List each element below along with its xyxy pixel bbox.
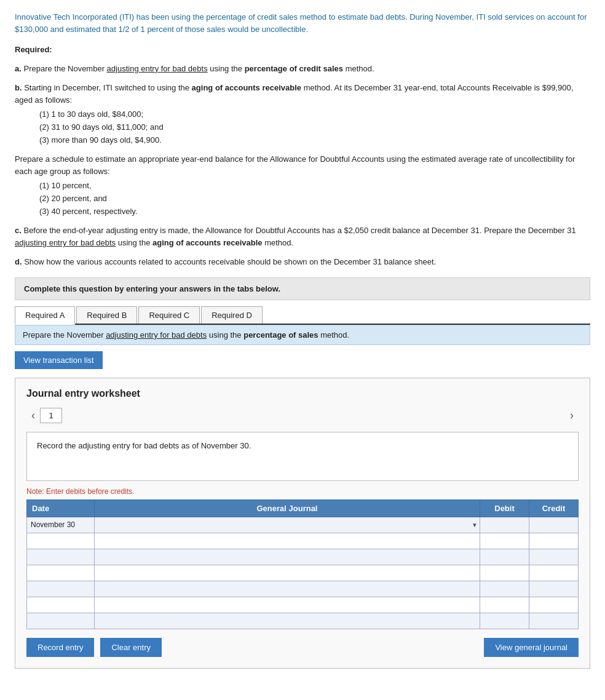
tab-content-text1: Prepare the November — [23, 330, 106, 340]
table-row-gj[interactable] — [95, 581, 480, 597]
tab-required-c[interactable]: Required C — [138, 306, 200, 324]
tab-required-a[interactable]: Required A — [15, 306, 75, 325]
debit-input[interactable] — [480, 549, 529, 565]
credit-input[interactable] — [529, 517, 578, 533]
credit-input[interactable] — [529, 597, 578, 613]
part-c-text2: using the — [116, 238, 152, 247]
debit-input[interactable] — [480, 613, 529, 629]
bottom-buttons: Record entry Clear entry View general jo… — [26, 638, 579, 657]
table-row — [27, 549, 579, 565]
credit-input[interactable] — [529, 613, 578, 629]
worksheet-title: Journal entry worksheet — [26, 388, 579, 399]
part-b-text3: Prepare a schedule to estimate an approp… — [15, 154, 575, 177]
part-b-item-3: (3) more than 90 days old, $4,900. — [39, 134, 590, 147]
part-c-label: c. — [15, 226, 22, 235]
nav-next-arrow[interactable]: › — [565, 409, 579, 422]
table-row-debit[interactable] — [480, 581, 529, 597]
table-row-gj[interactable]: ▼ — [95, 517, 480, 533]
gj-input[interactable] — [95, 565, 480, 581]
part-d-text: Show how the various accounts related to… — [24, 257, 436, 266]
gj-input[interactable] — [95, 517, 480, 533]
table-row-gj[interactable] — [95, 549, 480, 565]
table-row-gj[interactable] — [95, 613, 480, 629]
gj-input[interactable] — [95, 549, 480, 565]
part-a-text1: Prepare the November — [23, 64, 106, 73]
debit-input[interactable] — [480, 597, 529, 613]
part-b-rate-3: (3) 40 percent, respectively. — [39, 205, 590, 218]
view-general-journal-button[interactable]: View general journal — [484, 638, 579, 657]
record-entry-button[interactable]: Record entry — [26, 638, 94, 657]
part-b-item-2: (2) 31 to 90 days old, $11,000; and — [39, 121, 590, 134]
tab-required-d[interactable]: Required D — [201, 306, 263, 324]
col-header-gj: General Journal — [95, 499, 480, 517]
col-header-credit: Credit — [529, 499, 579, 517]
table-row-credit[interactable] — [529, 613, 579, 629]
table-row-gj[interactable] — [95, 533, 480, 549]
table-row-credit[interactable] — [529, 517, 579, 533]
credit-input[interactable] — [529, 533, 578, 549]
view-transaction-button[interactable]: View transaction list — [15, 351, 103, 369]
gj-input[interactable] — [95, 581, 480, 597]
nav-prev-arrow[interactable]: ‹ — [26, 409, 40, 422]
gj-input[interactable] — [95, 533, 480, 549]
table-row — [27, 613, 579, 629]
instruction-box: Record the adjusting entry for bad debts… — [26, 432, 579, 481]
table-row-debit[interactable] — [480, 549, 529, 565]
part-b-rate-1: (1) 10 percent, — [39, 180, 590, 193]
tab-content-bold: percentage of sales — [243, 330, 318, 340]
part-b-item-1: (1) 1 to 30 days old, $84,000; — [39, 108, 590, 121]
table-row-debit[interactable] — [480, 565, 529, 581]
part-a-text3: method. — [343, 64, 374, 73]
table-row — [27, 581, 579, 597]
table-row-debit[interactable] — [480, 613, 529, 629]
debit-input[interactable] — [480, 581, 529, 597]
table-row-date — [27, 581, 95, 597]
table-row — [27, 565, 579, 581]
part-a-bold: percentage of credit sales — [245, 64, 343, 73]
part-c-bold: aging of accounts receivable — [152, 238, 262, 247]
table-row-debit[interactable] — [480, 597, 529, 613]
tab-required-b[interactable]: Required B — [76, 306, 137, 324]
table-row-credit[interactable] — [529, 581, 579, 597]
tab-content-bar: Prepare the November adjusting entry for… — [15, 325, 590, 345]
table-row-credit[interactable] — [529, 533, 579, 549]
part-c-text3: method. — [263, 238, 294, 247]
debit-input[interactable] — [480, 517, 529, 533]
table-row-date — [27, 549, 95, 565]
part-b-rate-2: (2) 20 percent, and — [39, 193, 590, 205]
table-row-credit[interactable] — [529, 597, 579, 613]
col-header-date: Date — [27, 499, 95, 517]
credit-input[interactable] — [529, 565, 578, 581]
table-row-date — [27, 613, 95, 629]
table-row-debit[interactable] — [480, 517, 529, 533]
part-a-label: a. — [15, 64, 22, 73]
credit-input[interactable] — [529, 581, 578, 597]
part-d-label: d. — [15, 257, 22, 266]
complete-box-text: Complete this question by entering your … — [24, 284, 280, 293]
part-c-text1: Before the end-of-year adjusting entry i… — [23, 226, 575, 235]
table-row-gj[interactable] — [95, 565, 480, 581]
table-row-date — [27, 533, 95, 549]
tabs-row: Required A Required B Required C Require… — [15, 306, 590, 325]
table-row-date — [27, 597, 95, 613]
instruction-text: Record the adjusting entry for bad debts… — [37, 441, 251, 450]
tab-content-text3: method. — [318, 330, 350, 340]
required-label: Required: — [15, 45, 52, 54]
col-header-debit: Debit — [480, 499, 529, 517]
debit-input[interactable] — [480, 533, 529, 549]
debit-input[interactable] — [480, 565, 529, 581]
table-row-gj[interactable] — [95, 597, 480, 613]
table-row-date: November 30 — [27, 517, 95, 533]
intro-paragraph: Innovative Tech Incorporated (ITI) has b… — [15, 11, 590, 35]
part-b-label: b. — [15, 83, 22, 92]
table-row-debit[interactable] — [480, 533, 529, 549]
table-row: November 30▼ — [27, 517, 579, 533]
table-row-credit[interactable] — [529, 565, 579, 581]
table-row-date — [27, 565, 95, 581]
credit-input[interactable] — [529, 549, 578, 565]
gj-input[interactable] — [95, 613, 480, 629]
clear-entry-button[interactable]: Clear entry — [100, 638, 162, 657]
table-row-credit[interactable] — [529, 549, 579, 565]
gj-input[interactable] — [95, 597, 480, 613]
journal-table: Date General Journal Debit Credit Novemb… — [26, 499, 579, 629]
